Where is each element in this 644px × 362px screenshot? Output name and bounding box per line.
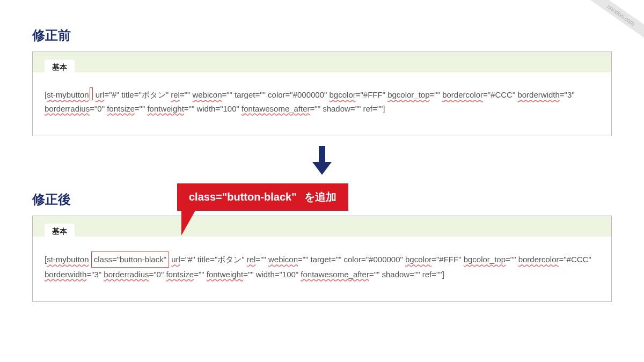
code-attr: bgcolor_top: [387, 90, 429, 99]
code-attr: url: [171, 255, 180, 264]
code-text: ="": [135, 104, 148, 113]
code-attr: fontweight: [147, 104, 184, 113]
before-box-label: 基本: [45, 60, 75, 75]
before-section: 修正前 基本 [st-mybutton url="#" title="ボタン" …: [0, 27, 644, 136]
code-attr: st-mybutton: [47, 255, 89, 264]
code-attr: borderradius: [45, 104, 90, 113]
code-text: ="": [430, 90, 443, 99]
code-attr: fontawesome_after: [301, 270, 369, 279]
callout: class="button-black" を追加: [177, 183, 348, 211]
code-text: ="" width="100": [184, 104, 241, 113]
code-text: ="#" title="ボタン": [180, 255, 247, 264]
code-text: ="0": [149, 270, 166, 279]
arrow-down-icon: [312, 146, 332, 177]
code-attr: bgcolor_top: [464, 255, 506, 264]
after-box-label: 基本: [45, 224, 75, 239]
after-label-row: 基本: [33, 216, 611, 237]
code-attr: fontawesome_after: [241, 104, 310, 113]
code-text: ="#CCC": [559, 255, 591, 264]
code-text: ="3": [86, 270, 104, 279]
code-attr: rel: [247, 255, 256, 264]
code-text: ="" shadow="" ref=""]: [310, 104, 385, 113]
code-text: ="#FFF": [431, 255, 463, 264]
before-title: 修正前: [32, 27, 644, 44]
before-code-content: [st-mybutton url="#" title="ボタン" rel="" …: [33, 72, 611, 120]
code-attr: fontweight: [207, 270, 243, 279]
code-attr: bgcolor: [405, 255, 431, 264]
after-code-box: 基本 [st-mybutton class="button-black" url…: [32, 216, 612, 302]
code-text: ="": [506, 255, 518, 264]
code-attr: bordercolor: [442, 90, 483, 99]
before-code-box: 基本 [st-mybutton url="#" title="ボタン" rel=…: [32, 51, 612, 136]
after-section: class="button-black" を追加 修正後 基本 [st-mybu…: [0, 191, 644, 302]
arrow-row: [0, 136, 644, 187]
code-attr: url: [96, 90, 105, 99]
code-text: ="" width="100": [243, 270, 301, 279]
highlighted-insertion: class="button-black": [91, 252, 169, 268]
text-cursor-icon: [90, 87, 93, 100]
code-attr: webicon: [268, 255, 298, 264]
code-text: ="" target="" color="#000000": [222, 90, 330, 99]
code-text: ="" shadow="" ref=""]: [369, 270, 444, 279]
code-text: ="": [194, 270, 207, 279]
code-text: ="": [180, 90, 193, 99]
before-label-row: 基本: [33, 52, 611, 72]
code-attr: borderwidth: [45, 270, 86, 279]
code-text: ="#FFF": [356, 90, 387, 99]
code-attr: borderwidth: [517, 90, 559, 99]
after-code-content: [st-mybutton class="button-black" url="#…: [33, 237, 611, 285]
code-attr: borderradius: [104, 270, 149, 279]
code-attr: rel: [171, 90, 180, 99]
code-text: ="3": [560, 90, 575, 99]
callout-text: を追加: [304, 190, 336, 204]
code-text: ="0": [90, 104, 107, 113]
code-attr: bordercolor: [518, 255, 559, 264]
callout-code: class="button-black": [189, 191, 297, 203]
code-attr: st-mybutton: [47, 90, 89, 99]
code-text: ="" target="" color="#000000": [298, 255, 405, 264]
code-text: ="#" title="ボタン": [104, 90, 171, 99]
callout-pointer-icon: [181, 209, 196, 235]
code-attr: bgcolor: [330, 90, 356, 99]
code-attr: webicon: [192, 90, 222, 99]
code-attr: fontsize: [107, 104, 135, 113]
code-attr: fontsize: [166, 270, 194, 279]
code-text: ="": [255, 255, 268, 264]
code-text: ="#CCC": [483, 90, 517, 99]
